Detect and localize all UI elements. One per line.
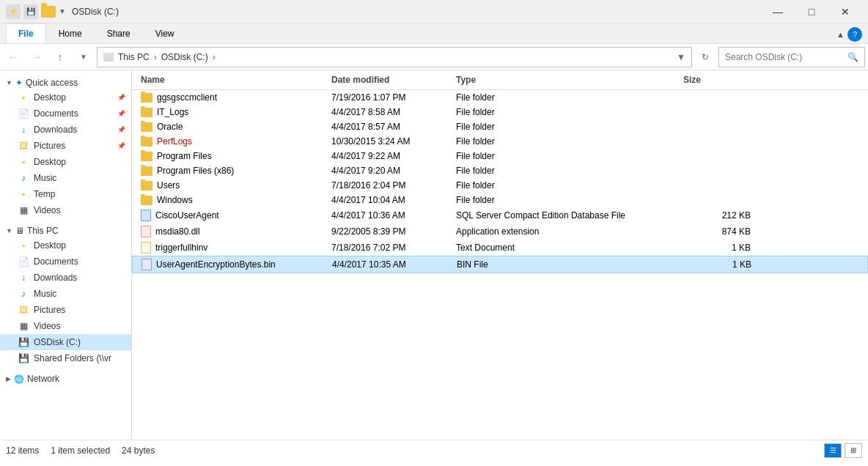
file-size: 1 KB (681, 259, 754, 270)
sidebar-item-pc-music[interactable]: ♪ Music (0, 286, 131, 302)
table-row[interactable]: Program Files 4/4/2017 9:22 AM File fold… (132, 149, 868, 163)
tab-view[interactable]: View (143, 23, 187, 43)
save-icon[interactable]: 💾 (23, 4, 38, 19)
tab-share[interactable]: Share (95, 23, 143, 43)
back-button[interactable]: ← (3, 47, 23, 67)
sidebar-section-quick-access[interactable]: ▼ ✦ Quick access (0, 73, 131, 89)
search-input[interactable] (725, 52, 847, 62)
quick-access-star-icon: ✦ (15, 78, 23, 88)
pc-music-icon: ♪ (18, 288, 29, 300)
address-path[interactable]: This PC › OSDisk (C:) › ▼ (97, 47, 692, 67)
table-row[interactable]: UserAgentEncryptionBytes.bin 4/4/2017 10… (132, 256, 868, 273)
file-size: 1 KB (680, 242, 754, 254)
title-controls: — □ ✕ (761, 0, 862, 23)
selected-size: 24 bytes (122, 445, 155, 456)
file-type: File folder (453, 136, 680, 147)
sidebar-downloads-label: Downloads (34, 125, 77, 135)
sidebar-pictures-label: Pictures (34, 141, 65, 151)
file-name: Program Files (x86) (138, 165, 328, 177)
refresh-button[interactable]: ↻ (695, 47, 716, 67)
sidebar-item-downloads-quick[interactable]: ↓ Downloads 📌 (0, 122, 131, 138)
content-area: Name Date modified Type Size ggsgsccmcli… (132, 70, 868, 440)
up-button[interactable]: ↑ (50, 47, 70, 67)
file-name: UserAgentEncryptionBytes.bin (139, 258, 329, 271)
tab-file[interactable]: File (6, 23, 46, 43)
file-name-text: IT_Logs (157, 107, 188, 117)
file-date: 7/19/2016 1:07 PM (328, 92, 453, 103)
large-icons-view-button[interactable]: ⊞ (845, 443, 862, 458)
sidebar-item-temp-quick[interactable]: ▪ Temp (0, 186, 131, 202)
item-count: 12 items (6, 445, 39, 456)
table-row[interactable]: Program Files (x86) 4/4/2017 9:20 AM Fil… (132, 163, 868, 178)
sidebar-section-thispc[interactable]: ▼ 🖥 This PC (0, 221, 131, 237)
folder-icon (141, 166, 152, 176)
ribbon-collapse-icon[interactable]: ▲ (836, 30, 845, 39)
file-name-text: Oracle (157, 122, 183, 132)
osdisk-icon: 💾 (18, 336, 29, 348)
sidebar-music-label: Music (34, 173, 56, 183)
file-name-text: Program Files (157, 151, 212, 161)
col-size[interactable]: Size (680, 73, 754, 86)
main-area: ▼ ✦ Quick access ▪ Desktop 📌 📄 Documents… (0, 70, 868, 440)
sidebar-item-music-quick[interactable]: ♪ Music (0, 170, 131, 186)
pc-pictures-icon: 🖼 (18, 304, 29, 316)
table-row[interactable]: Oracle 4/4/2017 8:57 AM File folder (132, 119, 868, 134)
folder-icon (41, 6, 56, 18)
shared-icon: 💾 (18, 352, 29, 364)
col-name[interactable]: Name (138, 73, 328, 86)
table-row[interactable]: Windows 4/4/2017 10:04 AM File folder (132, 193, 868, 207)
path-dropdown-icon[interactable]: ▼ (677, 52, 685, 62)
file-size (680, 170, 754, 171)
help-icon[interactable]: ? (847, 27, 862, 42)
details-view-button[interactable]: ☰ (824, 443, 842, 458)
table-row[interactable]: ggsgsccmclient 7/19/2016 1:07 PM File fo… (132, 90, 868, 105)
sidebar-item-pc-pictures[interactable]: 🖼 Pictures (0, 302, 131, 318)
file-type: File folder (453, 121, 680, 133)
table-row[interactable]: triggerfullhinv 7/18/2016 7:02 PM Text D… (132, 240, 868, 256)
file-name-text: UserAgentEncryptionBytes.bin (156, 259, 276, 270)
videos-icon: ▦ (18, 204, 29, 216)
content-header[interactable]: Name Date modified Type Size (132, 70, 868, 90)
temp-icon: ▪ (18, 188, 29, 200)
status-bar: 12 items 1 item selected 24 bytes ☰ ⊞ (0, 440, 868, 460)
tab-home[interactable]: Home (46, 23, 95, 43)
sidebar-item-pc-downloads[interactable]: ↓ Downloads (0, 270, 131, 286)
search-box[interactable]: 🔍 (718, 47, 865, 67)
col-date[interactable]: Date modified (328, 73, 453, 86)
sidebar-item-pictures-quick[interactable]: 🖼 Pictures 📌 (0, 138, 131, 154)
downloads-icon: ↓ (18, 124, 29, 136)
table-row[interactable]: CiscoUserAgent 4/4/2017 10:36 AM SQL Ser… (132, 207, 868, 223)
minimize-button[interactable]: — (761, 0, 795, 23)
col-type[interactable]: Type (453, 73, 680, 86)
file-type: Text Document (453, 242, 680, 254)
sidebar-item-pc-documents[interactable]: 📄 Documents (0, 254, 131, 270)
close-button[interactable]: ✕ (828, 0, 862, 23)
search-icon: 🔍 (847, 52, 858, 62)
sidebar-item-pc-desktop[interactable]: ▪ Desktop (0, 237, 131, 254)
sidebar-item-pc-shared[interactable]: 💾 Shared Folders (\\vr (0, 350, 131, 366)
sidebar-section-network[interactable]: ▶ 🌐 Network (0, 369, 131, 385)
pc-desktop-icon: ▪ (18, 240, 29, 251)
table-row[interactable]: msdia80.dll 9/22/2005 8:39 PM Applicatio… (132, 223, 868, 240)
file-size (680, 141, 754, 142)
table-row[interactable]: IT_Logs 4/4/2017 8:58 AM File folder (132, 105, 868, 119)
address-bar: ← → ↑ ▼ This PC › OSDisk (C:) › ▼ ↻ 🔍 (0, 44, 868, 70)
sidebar-item-videos-quick[interactable]: ▦ Videos (0, 202, 131, 218)
sidebar-item-pc-videos[interactable]: ▦ Videos (0, 318, 131, 334)
recent-locations-button[interactable]: ▼ (73, 47, 94, 67)
sidebar-item-pc-osdisk[interactable]: 💾 OSDisk (C:) (0, 334, 131, 350)
sidebar-item-desktop-quick[interactable]: ▪ Desktop 📌 (0, 89, 131, 106)
thispc-icon: 🖥 (15, 226, 24, 236)
sidebar-item-desktop-quick2[interactable]: ▪ Desktop (0, 154, 131, 170)
file-date: 4/4/2017 10:36 AM (328, 210, 453, 221)
maximize-button[interactable]: □ (795, 0, 828, 23)
file-size: 212 KB (680, 210, 754, 221)
file-size (680, 126, 754, 127)
sidebar-item-documents-quick[interactable]: 📄 Documents 📌 (0, 106, 131, 122)
sidebar-temp-label: Temp (34, 189, 55, 199)
table-row[interactable]: Users 7/18/2016 2:04 PM File folder (132, 178, 868, 193)
forward-button[interactable]: → (26, 47, 47, 67)
table-row[interactable]: PerfLogs 10/30/2015 3:24 AM File folder (132, 134, 868, 149)
title-dropdown-arrow[interactable]: ▼ (59, 7, 66, 15)
txt-file-icon (141, 242, 151, 254)
